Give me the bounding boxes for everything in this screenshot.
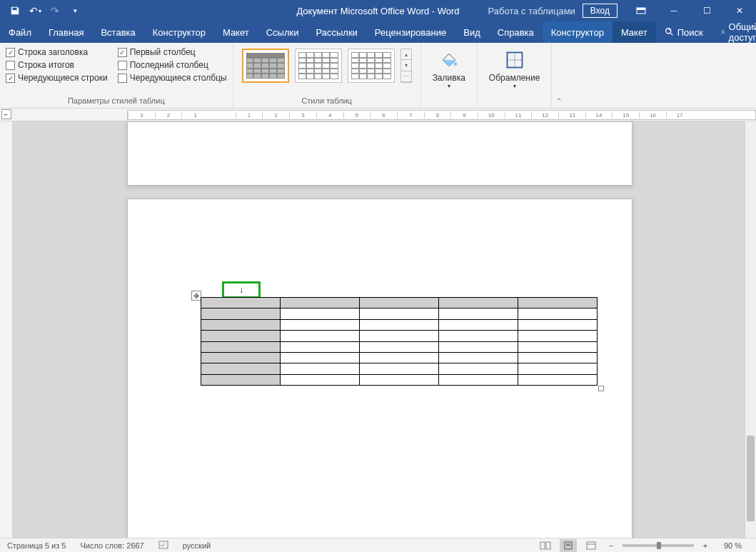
table-cell[interactable] (518, 331, 598, 341)
table-cell[interactable] (518, 298, 598, 308)
table-cell[interactable] (439, 363, 518, 374)
table-cell[interactable] (518, 319, 598, 330)
tab-insert[interactable]: Вставка (92, 21, 143, 43)
table-cell[interactable] (439, 331, 518, 341)
check-first-col[interactable]: ✓Первый столбец (118, 47, 227, 57)
zoom-slider[interactable] (623, 544, 694, 547)
table-cell[interactable] (281, 374, 360, 385)
table-cell[interactable] (439, 352, 518, 363)
table-cell[interactable] (281, 308, 360, 319)
vertical-ruler[interactable] (0, 121, 13, 538)
svg-rect-15 (587, 542, 595, 549)
table-cell[interactable] (518, 374, 598, 385)
table-cell[interactable] (360, 308, 439, 319)
undo-icon[interactable]: ↶▾ (26, 1, 44, 20)
login-button[interactable]: Вход (583, 4, 618, 18)
table-cell[interactable] (439, 308, 518, 319)
table-cell[interactable] (360, 352, 439, 363)
table-cell[interactable] (281, 319, 360, 330)
table-cell[interactable] (281, 363, 360, 374)
minimize-icon[interactable]: ─ (657, 0, 690, 21)
status-language[interactable]: русский (176, 541, 218, 550)
ribbon-display-icon[interactable] (625, 0, 657, 21)
tab-help[interactable]: Справка (489, 21, 543, 43)
tab-layout[interactable]: Макет (214, 21, 258, 43)
tab-mailings[interactable]: Рассылки (307, 21, 366, 43)
tab-view[interactable]: Вид (455, 21, 489, 43)
svg-point-4 (722, 30, 724, 32)
svg-line-3 (670, 33, 673, 36)
svg-rect-1 (637, 8, 645, 10)
table-cell[interactable] (360, 319, 439, 330)
tab-references[interactable]: Ссылки (258, 21, 308, 43)
table-cell[interactable] (201, 374, 281, 385)
tab-table-design[interactable]: Конструктор (543, 21, 613, 43)
view-print-icon[interactable] (560, 539, 577, 552)
table-cell[interactable] (518, 341, 598, 352)
check-banded-cols[interactable]: Чередующиеся столбцы (118, 73, 227, 83)
table-cell[interactable] (201, 331, 281, 341)
spellcheck-icon[interactable] (151, 541, 176, 551)
table-styles-gallery[interactable]: ▴▾⋯ (239, 46, 415, 86)
table-cell[interactable] (518, 352, 598, 363)
close-icon[interactable]: ✕ (723, 0, 756, 21)
table-cell[interactable] (439, 341, 518, 352)
tab-design[interactable]: Конструктор (144, 21, 214, 43)
maximize-icon[interactable]: ☐ (690, 0, 723, 21)
gallery-more-icon[interactable]: ▴▾⋯ (400, 49, 412, 83)
table-cell[interactable] (281, 341, 360, 352)
check-banded-rows[interactable]: ✓Чередующиеся строки (6, 73, 108, 83)
table-style-3[interactable] (348, 49, 395, 83)
check-total-row[interactable]: Строка итогов (6, 60, 108, 70)
table-cell[interactable] (360, 374, 439, 385)
table-cell[interactable] (201, 352, 281, 363)
table-cell[interactable] (439, 298, 518, 308)
table-style-2[interactable] (295, 49, 342, 83)
redo-icon[interactable]: ↷ (46, 1, 64, 20)
check-last-col[interactable]: Последний столбец (118, 60, 227, 70)
table-cell[interactable] (439, 374, 518, 385)
horizontal-ruler[interactable]: 3211234567891011121314151617 (127, 110, 756, 120)
table-cell[interactable] (518, 308, 598, 319)
tab-table-layout[interactable]: Макет (613, 21, 656, 43)
tab-selector[interactable]: ⌐ (1, 109, 11, 119)
table-cell[interactable] (201, 308, 281, 319)
table-resize-handle[interactable] (598, 386, 604, 391)
table-cell[interactable] (360, 363, 439, 374)
tab-home[interactable]: Главная (40, 21, 92, 43)
check-header-row[interactable]: ✓Строка заголовка (6, 47, 108, 57)
table-cell[interactable] (201, 341, 281, 352)
table-cell[interactable] (360, 331, 439, 341)
search-button[interactable]: Поиск (656, 21, 712, 43)
qat-customize-icon[interactable]: ▾ (66, 1, 84, 20)
status-page[interactable]: Страница 5 из 5 (0, 541, 73, 550)
table-cell[interactable] (281, 352, 360, 363)
table-cell[interactable] (360, 298, 439, 308)
save-icon[interactable] (6, 1, 24, 20)
vertical-scrollbar[interactable] (745, 121, 756, 538)
table-cell[interactable] (201, 298, 281, 308)
table-cell[interactable] (439, 319, 518, 330)
tab-file[interactable]: Файл (0, 21, 40, 43)
table-cell[interactable] (281, 298, 360, 308)
table-cell[interactable] (360, 341, 439, 352)
table-cell[interactable] (281, 331, 360, 341)
view-web-icon[interactable] (583, 539, 600, 552)
shading-button[interactable]: Заливка ▾ (427, 46, 471, 92)
borders-button[interactable]: Обрамление ▾ (483, 46, 545, 92)
zoom-out-button[interactable]: − (605, 541, 617, 550)
table-cell[interactable] (201, 363, 281, 374)
zoom-in-button[interactable]: + (700, 541, 711, 550)
status-word-count[interactable]: Число слов: 2667 (73, 541, 151, 550)
zoom-level[interactable]: 90 % (717, 541, 749, 550)
document-table[interactable] (201, 297, 598, 386)
share-button[interactable]: Общий доступ (712, 21, 756, 43)
table-cell[interactable] (518, 363, 598, 374)
tab-review[interactable]: Рецензирование (366, 21, 455, 43)
collapse-ribbon-icon[interactable]: ⌃ (552, 43, 566, 108)
table-style-1[interactable] (242, 49, 289, 83)
view-read-icon[interactable] (537, 539, 554, 552)
table-move-handle[interactable]: ✥ (191, 291, 201, 301)
scrollbar-thumb[interactable] (747, 436, 755, 521)
table-cell[interactable] (201, 319, 281, 330)
